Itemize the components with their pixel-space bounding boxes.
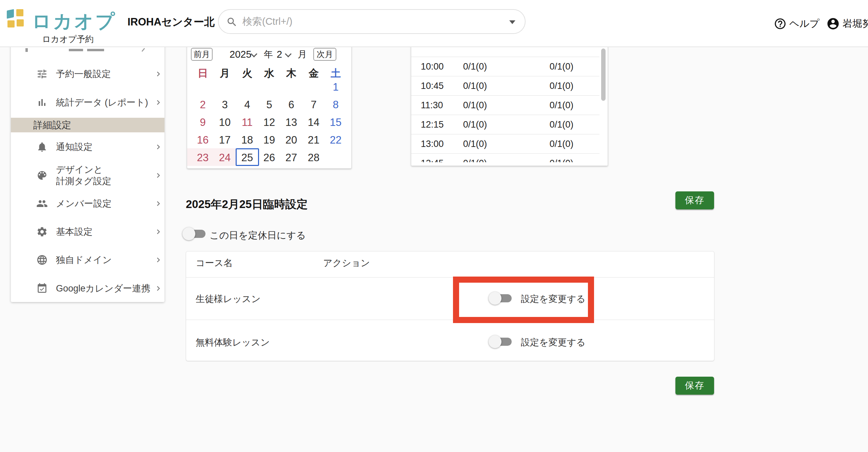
next-month-button[interactable]: 次月 — [313, 48, 336, 61]
schedule-slot-value: 0/1(0) — [538, 134, 585, 153]
month-unit-label: 月 — [298, 48, 307, 61]
sidebar-item-0[interactable]: 予約一般設定 — [11, 60, 164, 88]
user-menu[interactable]: 岩堀努 — [826, 0, 868, 47]
sidebar-item-7[interactable]: Googleカレンダー連携 — [11, 274, 164, 303]
year-select[interactable]: 2025 — [230, 48, 252, 61]
weekday-header: 火 — [236, 67, 258, 80]
calendar-day[interactable]: 9 — [192, 116, 214, 129]
calendar-day[interactable]: 16 — [192, 134, 214, 146]
clipped-menu-item-fragment — [69, 49, 83, 51]
calendar-day[interactable]: 5 — [258, 99, 280, 111]
calendar-day[interactable]: 22 — [324, 134, 347, 146]
course-toggle-label: 設定を変更する — [521, 336, 586, 349]
sidebar: 詳細設定予約一般設定統計データ (レポート)通知設定デザインと計測タグ設定メンバ… — [11, 34, 164, 302]
schedule-slot-value: 0/1(0) — [538, 76, 585, 95]
calendar-day[interactable]: 28 — [302, 152, 325, 164]
sidebar-item-1[interactable]: 統計データ (レポート) — [11, 88, 164, 117]
weekday-header: 土 — [324, 67, 347, 80]
schedule-slot-value: 0/1(0) — [451, 57, 499, 76]
chevron-right-icon — [154, 227, 163, 237]
calendar-day[interactable]: 4 — [236, 99, 258, 111]
help-icon — [774, 17, 787, 30]
sidebar-item-6[interactable]: 独自ドメイン — [11, 246, 164, 274]
tune-icon — [36, 68, 48, 80]
holiday-toggle[interactable] — [182, 227, 207, 240]
schedule-time: 13:00 — [421, 134, 444, 153]
calendar-day[interactable]: 27 — [280, 152, 302, 164]
schedule-slot-value: 0/1(0) — [451, 134, 499, 153]
save-button-top[interactable]: 保存 — [675, 191, 714, 209]
search-input[interactable]: 検索(Ctrl+/) — [218, 9, 526, 34]
calendar-day[interactable]: 17 — [214, 134, 236, 146]
clipped-menu-item-fragment — [25, 48, 28, 52]
schedule-slot-value: 0/1(0) — [538, 115, 585, 134]
schedule-time: 10:45 — [421, 76, 444, 95]
section-title: 2025年2月25日臨時設定 — [186, 197, 308, 212]
calendar-day[interactable]: 6 — [280, 99, 302, 111]
chevron-right-icon — [154, 69, 163, 79]
weekday-header: 水 — [258, 67, 280, 80]
sidebar-item-label: 通知設定 — [56, 141, 93, 153]
sidebar-item-4[interactable]: メンバー設定 — [11, 189, 164, 218]
schedule-card: 10:000/1(0)0/1(0)10:450/1(0)0/1(0)11:300… — [411, 34, 608, 166]
help-label: ヘルプ — [789, 17, 820, 31]
calendar-day[interactable]: 1 — [324, 81, 347, 93]
bell-icon — [36, 141, 48, 153]
sidebar-item-5[interactable]: 基本設定 — [11, 218, 164, 246]
clipped-menu-item-fragment — [87, 49, 104, 51]
calendar-day[interactable]: 7 — [302, 99, 325, 111]
bar-chart-icon — [36, 97, 48, 108]
calendar-day[interactable]: 12 — [258, 116, 280, 129]
clipped-menu-item-fragment — [141, 48, 145, 52]
chevron-right-icon — [154, 284, 163, 293]
sidebar-item-label: デザインと計測タグ設定 — [56, 164, 111, 187]
sidebar-item-label: 予約一般設定 — [56, 68, 111, 80]
course-name: 生徒様レッスン — [196, 293, 261, 305]
palette-icon — [36, 170, 48, 181]
weekday-header: 木 — [280, 67, 302, 80]
calendar-day[interactable]: 18 — [236, 134, 258, 146]
calendar-day[interactable]: 24 — [214, 152, 236, 164]
schedule-bottom-mask — [411, 162, 608, 166]
schedule-slot-value: 0/1(0) — [451, 96, 499, 115]
calendar-day[interactable]: 15 — [324, 116, 347, 129]
sidebar-item-label: Googleカレンダー連携 — [56, 283, 151, 294]
schedule-partial-row — [411, 48, 599, 57]
prev-month-button[interactable]: 前月 — [191, 48, 213, 61]
save-button-bottom[interactable]: 保存 — [675, 377, 714, 395]
calendar-day[interactable]: 11 — [236, 116, 258, 129]
sidebar-item-label: 統計データ (レポート) — [56, 97, 148, 108]
month-select[interactable]: 2 — [277, 48, 282, 61]
schedule-time: 10:00 — [421, 57, 444, 76]
calendar-day[interactable]: 20 — [280, 134, 302, 146]
sidebar-item-2[interactable]: 通知設定 — [11, 133, 164, 161]
calendar-day[interactable]: 13 — [280, 116, 302, 129]
search-icon — [226, 16, 238, 28]
sidebar-item-label: メンバー設定 — [56, 198, 112, 209]
course-setting-toggle[interactable] — [489, 335, 513, 348]
search-dropdown-caret-icon[interactable] — [509, 20, 515, 24]
chevron-right-icon — [154, 199, 163, 208]
calendar-day[interactable]: 21 — [302, 134, 325, 146]
logo-wordmark[interactable]: ロカオプ — [32, 9, 116, 35]
chevron-right-icon — [154, 142, 163, 152]
logo-icon — [7, 8, 24, 29]
site-title: IROHAセンター北 — [127, 15, 215, 29]
calendar-day[interactable]: 2 — [192, 99, 214, 111]
schedule-slot-value: 0/1(0) — [451, 76, 499, 95]
help-button[interactable]: ヘルプ — [774, 0, 820, 47]
calendar-day[interactable]: 10 — [214, 116, 236, 129]
calendar-day[interactable]: 19 — [258, 134, 280, 146]
calendar-day[interactable]: 3 — [214, 99, 236, 111]
year-unit-label: 年 — [264, 48, 273, 61]
calendar-day[interactable]: 26 — [258, 152, 280, 164]
highlight-annotation-box — [453, 277, 594, 323]
calendar-day[interactable]: 14 — [302, 116, 325, 129]
schedule-scrollbar[interactable] — [601, 49, 606, 101]
sidebar-item-3[interactable]: デザインと計測タグ設定 — [11, 161, 164, 190]
calendar-day[interactable]: 8 — [324, 99, 347, 111]
calendar-day[interactable]: 23 — [192, 152, 214, 164]
weekday-header: 日 — [192, 67, 214, 80]
calendar-day[interactable]: 25 — [236, 152, 258, 164]
sidebar-item-label: 独自ドメイン — [56, 254, 112, 266]
